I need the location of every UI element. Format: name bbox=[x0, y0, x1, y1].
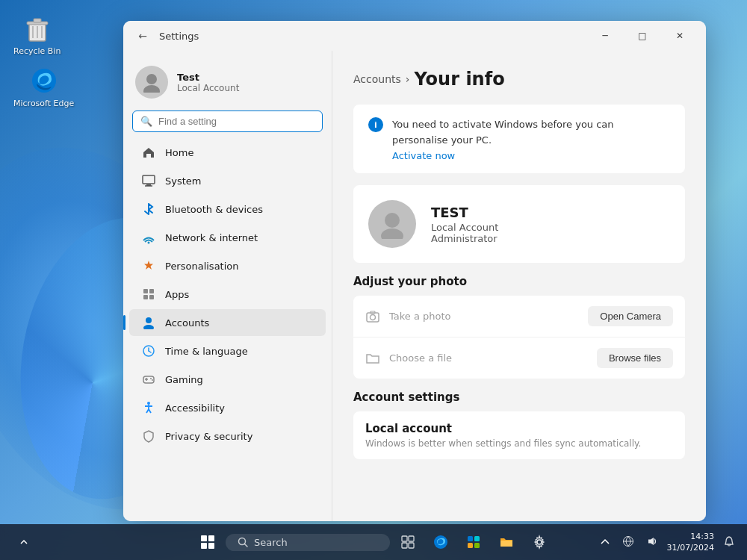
gaming-icon bbox=[141, 372, 156, 387]
task-view-button[interactable] bbox=[393, 527, 423, 557]
svg-rect-48 bbox=[468, 536, 473, 541]
svg-rect-37 bbox=[201, 535, 207, 541]
camera-icon bbox=[365, 309, 380, 324]
svg-point-18 bbox=[143, 325, 154, 329]
taskbar-search[interactable]: Search bbox=[226, 534, 390, 551]
sidebar-item-system[interactable]: System bbox=[129, 167, 326, 194]
user-profile[interactable]: Test Local Account bbox=[123, 57, 332, 111]
sidebar-item-network[interactable]: Network & internet bbox=[129, 224, 326, 251]
sidebar-item-personalisation-label: Personalisation bbox=[165, 261, 239, 272]
close-button[interactable]: ✕ bbox=[663, 24, 697, 48]
volume-svg bbox=[646, 535, 658, 547]
microsoft-edge-icon[interactable]: Microsoft Edge bbox=[10, 63, 77, 111]
taskbar-time[interactable]: 14:33 31/07/2024 bbox=[667, 531, 714, 554]
sidebar-item-apps[interactable]: Apps bbox=[129, 281, 326, 308]
svg-line-31 bbox=[149, 409, 151, 413]
settings-window: ← Settings ─ □ ✕ bbox=[123, 21, 706, 521]
sidebar-item-time-label: Time & language bbox=[165, 346, 248, 357]
search-icon: 🔍 bbox=[140, 116, 152, 127]
account-details: TEST Local Account Administrator bbox=[431, 205, 498, 244]
account-settings-title: Local account bbox=[365, 422, 673, 435]
sidebar-item-accessibility[interactable]: Accessibility bbox=[129, 394, 326, 421]
svg-rect-44 bbox=[409, 536, 414, 541]
svg-rect-45 bbox=[402, 543, 407, 548]
user-info: Test Local Account bbox=[177, 72, 239, 93]
svg-rect-9 bbox=[143, 175, 155, 184]
maximize-button[interactable]: □ bbox=[625, 24, 660, 48]
taskbar-apps-button[interactable] bbox=[459, 527, 489, 557]
apps-icon bbox=[141, 287, 156, 302]
svg-point-7 bbox=[146, 74, 157, 84]
settings-content: Test Local Account 🔍 Home bbox=[123, 51, 706, 521]
svg-rect-50 bbox=[468, 543, 473, 548]
system-tray-expand[interactable] bbox=[9, 527, 39, 557]
svg-point-47 bbox=[434, 535, 447, 549]
language-icon[interactable] bbox=[619, 532, 637, 553]
settings-taskbar-button[interactable] bbox=[524, 527, 554, 557]
volume-icon[interactable] bbox=[643, 532, 661, 553]
account-settings-card[interactable]: Local account Windows is better when set… bbox=[353, 411, 685, 459]
notifications-icon[interactable] bbox=[720, 532, 738, 553]
svg-rect-49 bbox=[474, 536, 480, 541]
sidebar-item-privacy[interactable]: Privacy & security bbox=[129, 423, 326, 449]
bluetooth-icon bbox=[141, 202, 156, 217]
svg-point-26 bbox=[152, 379, 153, 381]
svg-rect-52 bbox=[500, 541, 512, 547]
svg-rect-39 bbox=[201, 543, 207, 549]
time-display: 14:33 bbox=[667, 531, 714, 542]
back-button[interactable]: ← bbox=[132, 25, 153, 46]
breadcrumb-current: Your info bbox=[414, 69, 504, 90]
folder-icon bbox=[365, 351, 380, 366]
photo-options: Take a photo Open Camera Choose a file B… bbox=[353, 296, 685, 379]
search-input[interactable] bbox=[158, 116, 314, 127]
svg-rect-46 bbox=[409, 543, 414, 548]
minimize-button[interactable]: ─ bbox=[588, 24, 622, 48]
svg-rect-38 bbox=[208, 535, 214, 541]
sidebar: Test Local Account 🔍 Home bbox=[123, 51, 332, 521]
svg-point-25 bbox=[150, 378, 152, 379]
sidebar-item-home-label: Home bbox=[165, 147, 193, 158]
account-settings-subtitle: Windows is better when settings and file… bbox=[365, 438, 673, 449]
user-type: Local Account bbox=[177, 83, 239, 93]
svg-rect-15 bbox=[143, 295, 148, 299]
edge-taskbar-button[interactable] bbox=[426, 527, 456, 557]
taskbar-apps-icon bbox=[466, 535, 481, 550]
svg-point-12 bbox=[148, 242, 150, 244]
take-photo-option: Take a photo Open Camera bbox=[353, 296, 685, 337]
info-banner: i You need to activate Windows before yo… bbox=[353, 105, 685, 173]
system-icon bbox=[141, 173, 156, 188]
svg-line-42 bbox=[245, 544, 248, 547]
sidebar-item-home[interactable]: Home bbox=[129, 139, 326, 166]
sidebar-item-time[interactable]: Time & language bbox=[129, 337, 326, 364]
svg-point-27 bbox=[147, 402, 150, 405]
browse-files-button[interactable]: Browse files bbox=[597, 348, 673, 368]
taskbar-center: Search bbox=[193, 527, 554, 557]
svg-point-35 bbox=[371, 314, 376, 320]
search-label: Search bbox=[254, 537, 288, 548]
taskbar-right: 14:33 31/07/2024 bbox=[597, 531, 738, 554]
choose-file-option: Choose a file Browse files bbox=[353, 337, 685, 379]
sidebar-item-gaming-label: Gaming bbox=[165, 374, 203, 385]
account-avatar bbox=[368, 200, 416, 248]
sidebar-item-personalisation[interactable]: Personalisation bbox=[129, 252, 326, 279]
breadcrumb-parent[interactable]: Accounts bbox=[353, 73, 401, 85]
sidebar-item-bluetooth[interactable]: Bluetooth & devices bbox=[129, 196, 326, 223]
file-explorer-button[interactable] bbox=[492, 527, 521, 557]
open-camera-button[interactable]: Open Camera bbox=[588, 306, 673, 326]
sidebar-item-gaming[interactable]: Gaming bbox=[129, 366, 326, 393]
recycle-bin-svg bbox=[23, 14, 52, 43]
sidebar-item-apps-label: Apps bbox=[165, 289, 189, 300]
sidebar-item-accounts[interactable]: Accounts bbox=[129, 309, 326, 336]
system-tray-icon[interactable] bbox=[597, 533, 613, 552]
avatar-svg bbox=[141, 72, 162, 93]
svg-point-33 bbox=[381, 228, 403, 239]
info-text: You need to activate Windows before you … bbox=[392, 119, 614, 146]
account-avatar-svg bbox=[377, 209, 407, 239]
activate-now-link[interactable]: Activate now bbox=[392, 150, 670, 161]
svg-point-8 bbox=[143, 85, 160, 93]
window-title: Settings bbox=[159, 31, 199, 42]
recycle-bin-icon[interactable]: Recycle Bin bbox=[10, 10, 63, 59]
start-button[interactable] bbox=[193, 527, 223, 557]
date-display: 31/07/2024 bbox=[667, 542, 714, 553]
sidebar-search-box[interactable]: 🔍 bbox=[132, 111, 323, 132]
